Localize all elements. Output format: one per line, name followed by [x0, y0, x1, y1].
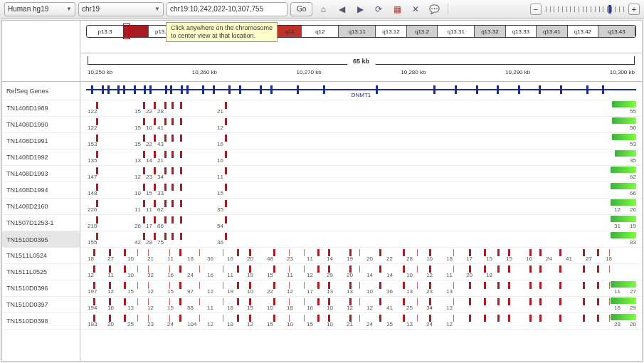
genome-select[interactable]: Human hg19 ▼: [4, 2, 75, 16]
track-names-column: RefSeq Genes TN1408D1989TN1408D1990TN140…: [2, 21, 80, 361]
tooltip-icon[interactable]: 💬: [426, 2, 442, 16]
data-track[interactable]: 226111162352612: [80, 199, 642, 215]
exon: [586, 85, 588, 94]
exon: [297, 85, 299, 94]
data-track[interactable]: 1211103216241611191511122920141410121120…: [80, 264, 642, 280]
track-counts: 1481015331566: [80, 190, 642, 198]
track-name[interactable]: TN1408D1994: [2, 182, 80, 199]
ideogram-band[interactable]: q12: [302, 26, 339, 37]
ideogram-band[interactable]: q13.42: [568, 26, 598, 37]
gene-line: [86, 89, 636, 90]
data-track[interactable]: 1941613121588111815101816101212412534132…: [80, 297, 642, 313]
zoom-group: − +: [530, 4, 640, 15]
accent-bar: [612, 101, 636, 107]
data-track[interactable]: 1481015331566: [80, 182, 642, 199]
ideogram-band[interactable]: q13.12: [376, 26, 406, 37]
zoom-thumb[interactable]: [608, 5, 611, 14]
data-track[interactable]: 1827102111183616204823111419202228101817…: [80, 248, 642, 264]
refseq-track-name[interactable]: RefSeq Genes: [2, 82, 80, 100]
track-name[interactable]: TN1408D1992: [2, 149, 80, 166]
accent-bar: [611, 298, 636, 304]
track-counts: 1531522431653: [80, 141, 642, 149]
ideogram-band[interactable]: p13.3: [87, 26, 124, 37]
genome-value: Human hg19: [8, 5, 48, 13]
data-track[interactable]: 210261786541931: [80, 215, 642, 231]
refseq-track[interactable]: DNMT1: [80, 82, 642, 100]
accent-bar: [612, 134, 636, 140]
ideogram-band[interactable]: q11: [278, 26, 302, 37]
exon: [123, 85, 125, 94]
exon: [170, 85, 172, 94]
exon: [433, 85, 436, 94]
view-indicator: [123, 23, 130, 39]
zoom-in-button[interactable]: +: [628, 4, 640, 15]
exon: [518, 85, 520, 94]
ideogram-band[interactable]: q13.41: [537, 26, 567, 37]
ideogram-band[interactable]: q13.11: [339, 26, 376, 37]
data-track[interactable]: 1221510411250: [80, 117, 642, 133]
track-name[interactable]: TN1510D0397: [2, 297, 80, 313]
locus-input[interactable]: chr19:10,242,022-10,307,755: [167, 2, 287, 16]
track-name[interactable]: TN1507D1253-1: [2, 215, 80, 231]
exon: [376, 85, 378, 94]
track-name[interactable]: TN1408D2160: [2, 199, 80, 215]
track-counts: 1941613121588111815101816101212412534132…: [80, 305, 642, 312]
accent-bar: [611, 232, 636, 238]
go-button[interactable]: Go: [290, 2, 312, 16]
back-icon[interactable]: ◀: [334, 2, 349, 16]
track-counts: 1471223341162: [80, 174, 642, 182]
exon: [149, 85, 152, 94]
clear-icon[interactable]: ✕: [408, 2, 423, 16]
ideogram-tooltip: Click anywhere on the chromosome to cent…: [166, 22, 278, 42]
data-track[interactable]: 1471223341162: [80, 166, 642, 182]
ideogram-band[interactable]: q13.2: [407, 26, 438, 37]
track-name[interactable]: TN1510D0396: [2, 280, 80, 297]
chevron-down-icon: ▼: [154, 6, 160, 12]
forward-icon[interactable]: ▶: [352, 2, 368, 16]
accent-bar: [611, 281, 636, 288]
ideogram-band[interactable]: q13.32: [475, 26, 505, 37]
region-icon[interactable]: ▦: [389, 2, 405, 16]
track-name[interactable]: TN1408D1990: [2, 117, 80, 133]
track-name[interactable]: TN1408D1991: [2, 133, 80, 149]
home-icon[interactable]: ⌂: [315, 2, 331, 16]
track-name[interactable]: TN1510D0395: [2, 231, 80, 248]
track-counts: 226111162352612: [80, 206, 642, 214]
ideogram-band[interactable]: q13.33: [506, 26, 537, 37]
zoom-slider[interactable]: [546, 6, 624, 12]
exon: [455, 85, 457, 94]
exon: [270, 85, 273, 94]
ruler-spacer: [2, 21, 80, 82]
exon: [213, 85, 215, 94]
track-counts: 1211103216241611191511122920141410121120…: [80, 272, 642, 280]
data-track[interactable]: 1932025232410412181215101510212435132412…: [80, 313, 642, 330]
refresh-icon[interactable]: ⟳: [371, 2, 386, 16]
ruler-tick: 10,290 kb: [505, 69, 530, 75]
data-track[interactable]: 1531522431653: [80, 133, 642, 149]
data-track[interactable]: 1221522282155: [80, 100, 642, 117]
ruler-tick: 10,250 kb: [88, 69, 112, 75]
accent-bar: [611, 314, 636, 320]
data-track[interactable]: 1971215121597121910221217131310361323132…: [80, 280, 642, 297]
track-name[interactable]: TN1511L0525: [2, 264, 80, 280]
track-name[interactable]: TN1408D1989: [2, 100, 80, 117]
track-counts: 1221510411250: [80, 125, 642, 132]
locus-value: chr19:10,242,022-10,307,755: [170, 5, 263, 13]
exon: [102, 85, 104, 94]
accent-bar: [611, 183, 636, 189]
track-name[interactable]: TN1408D1993: [2, 166, 80, 182]
data-track[interactable]: 1554228753683: [80, 231, 642, 248]
ideogram-band[interactable]: q13.43: [598, 26, 635, 37]
exon: [202, 85, 204, 94]
track-name[interactable]: TN1511L0524: [2, 248, 80, 264]
zoom-out-button[interactable]: −: [530, 4, 542, 15]
track-counts: 1554228753683: [80, 239, 642, 247]
track-counts: 1827102111183616204823111419202228101817…: [80, 256, 642, 263]
ruler-tick: 10,280 kb: [401, 69, 426, 75]
gene-label: DNMT1: [352, 92, 371, 98]
ideogram-band[interactable]: q13.31: [438, 26, 475, 37]
track-name[interactable]: TN1510D0398: [2, 313, 80, 330]
data-track[interactable]: 1351314211635: [80, 149, 642, 166]
exon: [144, 85, 146, 94]
chromosome-select[interactable]: chr19 ▼: [78, 2, 164, 16]
